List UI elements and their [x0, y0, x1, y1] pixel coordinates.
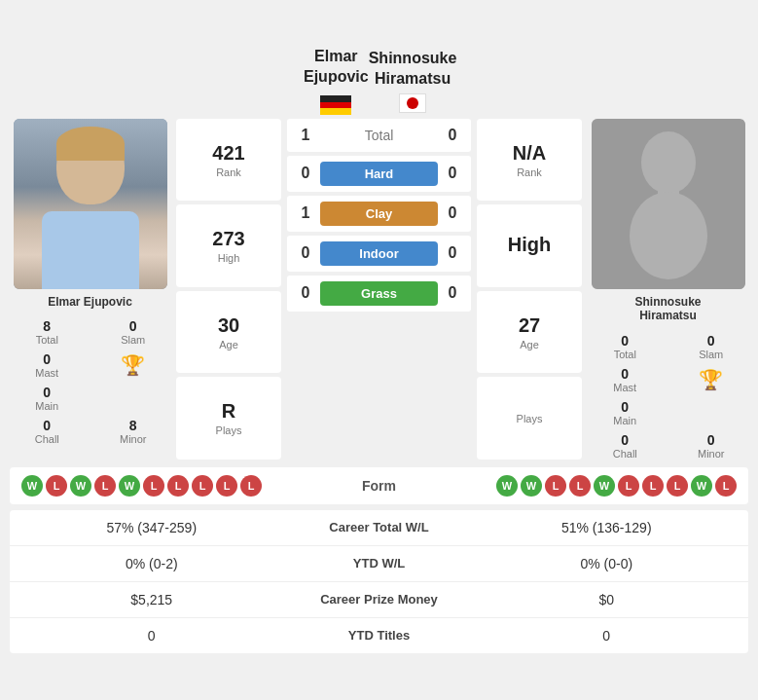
right-chall-stat — [674, 389, 749, 426]
form-badge: L — [167, 475, 189, 497]
right-mast-stat: 0 Mast — [588, 366, 663, 393]
left-minor-stat: 8 Minor — [96, 418, 171, 445]
form-badge: L — [667, 475, 688, 497]
stats-row: 0 YTD Titles 0 — [10, 618, 748, 653]
stats-table: 57% (347-259) Career Total W/L 51% (136-… — [10, 510, 748, 653]
left-slam-stat: 0 Slam — [96, 318, 171, 346]
right-player-name: Shinnosuke Hiramatsu — [369, 49, 457, 90]
form-badge: W — [521, 475, 542, 497]
left-mast-stat: 0 Mast — [10, 351, 85, 379]
total-comparison: 1 Total 0 — [287, 119, 471, 152]
form-badge: W — [496, 475, 518, 497]
form-label: Form — [341, 478, 418, 494]
japan-flag — [399, 93, 426, 113]
surface-indoor-row: 0 Indoor 0 — [287, 236, 471, 272]
svg-point-2 — [630, 192, 707, 279]
form-badge: L — [94, 475, 116, 497]
form-badge: W — [691, 475, 712, 497]
left-total-stat: 8 Total — [10, 318, 85, 346]
form-badge: L — [618, 475, 639, 497]
right-player-name-below: ShinnosukeHiramatsu — [634, 295, 701, 323]
surface-grass-row: 0 Grass 0 — [287, 276, 471, 312]
left-age-card: 30 Age — [176, 291, 281, 373]
stats-row: $5,215 Career Prize Money $0 — [10, 582, 748, 618]
form-badge: L — [240, 475, 262, 497]
form-badge: L — [545, 475, 566, 497]
form-badge: W — [21, 475, 43, 497]
form-section: WLWLWLLLLL Form WWLLWLLLWL — [10, 467, 748, 504]
right-total-stat: 0 Total — [588, 333, 663, 360]
right-age-card: 27 Age — [477, 291, 582, 373]
form-badge: L — [46, 475, 67, 497]
left-main-stat: 0 Main — [10, 385, 85, 412]
right-slam-stat: 0 Slam — [674, 333, 749, 360]
stats-row: 0% (0-2) YTD W/L 0% (0-0) — [10, 546, 748, 582]
svg-point-0 — [641, 131, 696, 194]
left-chall-stat — [96, 375, 171, 412]
left-player-name-below: Elmar Ejupovic — [48, 295, 132, 309]
left-plays-card: R Plays — [176, 377, 281, 459]
left-high-card: 273 High — [176, 204, 281, 286]
form-badge: W — [119, 475, 140, 497]
form-badge: L — [216, 475, 237, 497]
right-high-card: High — [477, 204, 582, 286]
stats-row: 57% (347-259) Career Total W/L 51% (136-… — [10, 510, 748, 546]
right-plays-card: Plays — [477, 377, 582, 459]
surface-hard-row: 0 Hard 0 — [287, 156, 471, 192]
germany-flag — [320, 95, 351, 115]
left-player-name: Elmar Ejupovic — [304, 47, 369, 88]
right-chall-stat2: 0 Chall — [588, 432, 663, 460]
form-badge: L — [642, 475, 664, 497]
form-badge: L — [143, 475, 164, 497]
left-chall-stat2: 0 Chall — [10, 418, 85, 445]
right-player-photo — [592, 119, 745, 289]
right-minor-stat: 0 Minor — [674, 432, 749, 460]
form-badge: L — [192, 475, 213, 497]
form-badge: L — [569, 475, 591, 497]
right-rank-card: N/A Rank — [477, 119, 582, 201]
left-rank-card: 421 Rank — [176, 119, 281, 201]
form-badge: W — [594, 475, 615, 497]
right-main-stat: 0 Main — [588, 399, 663, 426]
surface-clay-row: 1 Clay 0 — [287, 196, 471, 232]
form-badge: W — [70, 475, 91, 497]
form-badge: L — [715, 475, 737, 497]
left-player-photo — [14, 119, 167, 289]
